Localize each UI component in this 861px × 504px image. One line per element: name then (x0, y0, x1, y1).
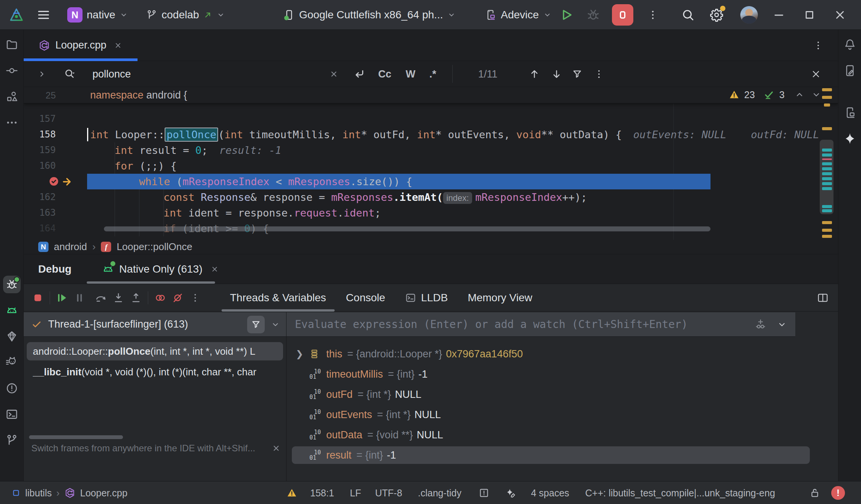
code-line[interactable]: while (mResponseIndex < mResponses.size(… (24, 174, 838, 189)
variable-row-outevents[interactable]: 1001 outEvents= {int *}NULL (292, 406, 810, 423)
frames-horizontal-scrollbar[interactable] (29, 435, 123, 439)
line-number[interactable]: 162 (24, 189, 56, 205)
variable-row-timeoutmillis[interactable]: 1001 timeoutMillis= {int}-1 (292, 365, 810, 383)
resume-program-icon[interactable] (53, 289, 71, 307)
file-encoding[interactable]: UTF-8 (375, 481, 402, 504)
hamburger-menu-icon[interactable] (37, 0, 50, 30)
breadcrumb-function[interactable]: Looper::pollOnce (117, 241, 192, 253)
previous-match-arrow-icon[interactable] (529, 61, 540, 87)
build-configuration[interactable]: C++: libutils_test_compile|...unk_stagin… (585, 481, 775, 504)
step-into-icon[interactable] (110, 289, 127, 307)
commit-icon[interactable] (3, 62, 21, 79)
breakpoint-icon[interactable] (48, 176, 60, 187)
step-out-icon[interactable] (127, 289, 145, 307)
stop-button[interactable] (612, 0, 633, 30)
profiler-cat-icon[interactable] (3, 354, 21, 371)
window-maximize-button[interactable] (803, 0, 816, 30)
expander-chevron-icon[interactable]: ❯ (296, 349, 309, 359)
multiline-search-icon[interactable] (353, 61, 366, 87)
tab-console[interactable]: Console (336, 284, 395, 311)
editor-horizontal-scrollbar[interactable] (104, 226, 710, 231)
status-module-group[interactable]: libutils › Looper.cpp (11, 481, 128, 504)
running-devices-icon[interactable] (841, 104, 859, 121)
line-number[interactable]: 160 (24, 158, 56, 174)
search-input[interactable]: pollonce (92, 61, 131, 87)
variable-row-this[interactable]: ❯ this= {android::Looper *}0x7967aa146f5… (292, 345, 810, 363)
code-line[interactable]: 158int Looper::pollOnce(int timeoutMilli… (24, 127, 838, 142)
debug-button[interactable] (586, 0, 600, 30)
more-actions-kebab-icon[interactable] (647, 0, 659, 30)
window-minimize-button[interactable] (772, 0, 785, 30)
hint-close-icon[interactable] (272, 444, 281, 453)
tab-close-icon[interactable] (114, 41, 122, 50)
problems-icon[interactable] (3, 380, 21, 397)
next-problem-chevron-icon[interactable] (811, 90, 821, 100)
error-notification-badge[interactable]: ! (831, 481, 845, 504)
project-folder-icon[interactable] (3, 36, 21, 53)
tab-lldb[interactable]: LLDB (395, 284, 458, 311)
stop-process-icon[interactable] (29, 289, 47, 307)
indent-setting[interactable]: 4 spaces (531, 481, 569, 504)
search-field-icon[interactable] (63, 61, 76, 87)
status-warning-icon[interactable] (286, 481, 297, 504)
inspections-widget[interactable]: 23 3 (729, 89, 821, 100)
pause-program-icon[interactable] (71, 289, 88, 307)
code-line[interactable]: 163int ident = response.request.ident; (24, 205, 838, 221)
view-breakpoints-icon[interactable] (151, 289, 169, 307)
layout-settings-icon[interactable] (817, 292, 829, 304)
session-tab-close-icon[interactable] (210, 265, 219, 273)
window-close-button[interactable] (833, 0, 846, 30)
match-case-toggle[interactable]: Cc (378, 61, 392, 87)
notifications-bell-icon[interactable] (841, 36, 859, 53)
code-editor[interactable]: 25 namespace android { 157158int Looper:… (24, 87, 838, 240)
line-number[interactable]: 163 (24, 205, 56, 221)
ai-assistant-spark-icon[interactable] (505, 481, 516, 504)
line-number[interactable]: 164 (24, 221, 56, 236)
code-line[interactable]: 160for (;;) { (24, 158, 838, 174)
run-config-selector[interactable]: Adevice (484, 0, 552, 30)
version-control-icon[interactable] (3, 431, 21, 449)
prev-problem-chevron-icon[interactable] (795, 90, 804, 100)
code-line[interactable]: 159int result = 0;result: -1 (24, 142, 838, 158)
breadcrumb-namespace[interactable]: android (54, 241, 87, 253)
debug-session-tab[interactable]: Native Only (613) (102, 263, 219, 275)
tab-options-kebab-icon[interactable] (813, 40, 824, 51)
search-options-kebab-icon[interactable] (594, 61, 604, 87)
mute-breakpoints-icon[interactable] (169, 289, 186, 307)
inspection-profile[interactable]: .clang-tidy (418, 481, 461, 504)
project-selector[interactable]: N native (67, 0, 128, 30)
hide-frames-filter-icon[interactable] (247, 316, 265, 333)
line-number[interactable]: 158 (24, 127, 56, 142)
caret-position[interactable]: 158:1 (310, 481, 334, 504)
clear-search-icon[interactable] (329, 61, 338, 87)
debug-options-kebab-icon[interactable] (186, 289, 204, 307)
add-watch-icon[interactable] (754, 318, 767, 331)
run-button[interactable] (558, 0, 574, 30)
thread-selector[interactable]: Thread-1-[surfaceflinger] (613) (24, 312, 286, 337)
error-stripe[interactable] (821, 87, 833, 240)
thread-dropdown-chevron-icon[interactable] (271, 320, 280, 329)
evaluate-expand-chevron-icon[interactable] (777, 320, 787, 330)
more-tool-windows-icon[interactable] (3, 114, 21, 131)
variable-row-outdata[interactable]: 1001 outData= {void **}NULL (292, 426, 810, 444)
device-selector[interactable]: Google Cuttlefish x86_64 ph... (283, 0, 456, 30)
regex-toggle[interactable]: .* (429, 61, 436, 87)
line-number[interactable]: 157 (24, 111, 56, 127)
evaluate-expression-input[interactable]: Evaluate expression (Enter) or add a wat… (286, 312, 795, 337)
debug-tool-window-icon[interactable] (3, 276, 21, 293)
gemini-star-icon[interactable] (841, 130, 859, 147)
tab-memory-view[interactable]: Memory View (458, 284, 542, 311)
tab-looper-cpp[interactable]: Looper.cpp (24, 30, 131, 61)
search-everywhere-icon[interactable] (681, 0, 695, 30)
readme-alert-icon[interactable] (478, 481, 490, 504)
next-match-arrow-icon[interactable] (551, 61, 562, 87)
device-manager-icon[interactable] (841, 62, 859, 79)
search-filter-icon[interactable] (571, 61, 583, 87)
variable-row-result[interactable]: 1001 result= {int}-1 (292, 446, 810, 464)
close-find-bar-icon[interactable] (811, 61, 821, 87)
app-quality-insights-gem-icon[interactable] (3, 328, 21, 345)
code-line[interactable]: 162const Response& response = mResponses… (24, 189, 838, 205)
lock-open-icon[interactable] (809, 481, 821, 504)
terminal-icon[interactable] (3, 405, 21, 423)
words-toggle[interactable]: W (406, 61, 415, 87)
